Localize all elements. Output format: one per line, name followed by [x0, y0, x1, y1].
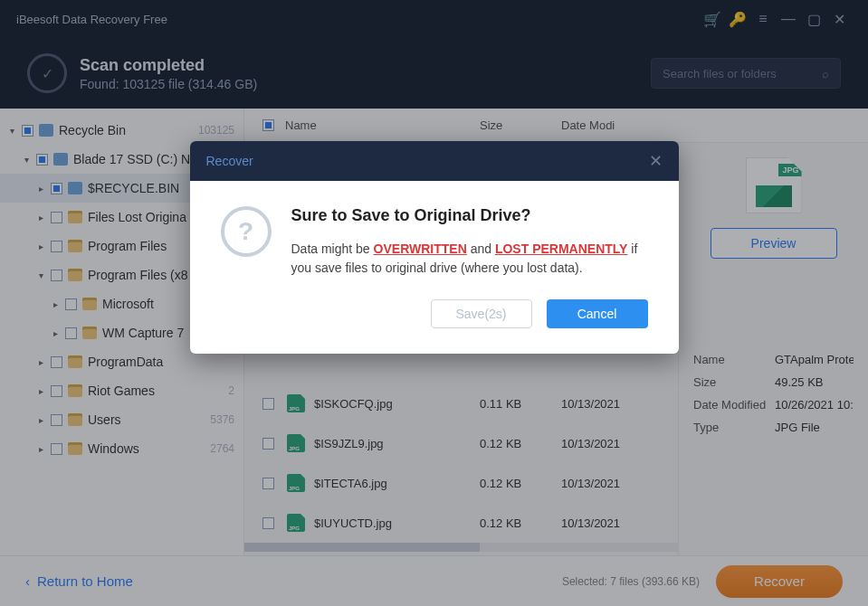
cancel-button[interactable]: Cancel [547, 299, 648, 328]
save-button[interactable]: Save(2s) [431, 299, 532, 328]
modal-close-icon[interactable]: ✕ [649, 151, 663, 171]
modal-text: Data might be OVERWRITTEN and LOST PERMA… [291, 240, 648, 278]
modal-heading: Sure to Save to Original Drive? [291, 206, 648, 225]
modal-overlay: Recover ✕ ? Sure to Save to Original Dri… [0, 0, 868, 606]
question-icon: ? [221, 206, 272, 257]
modal-title: Recover [206, 154, 253, 168]
confirm-dialog: Recover ✕ ? Sure to Save to Original Dri… [190, 141, 679, 354]
